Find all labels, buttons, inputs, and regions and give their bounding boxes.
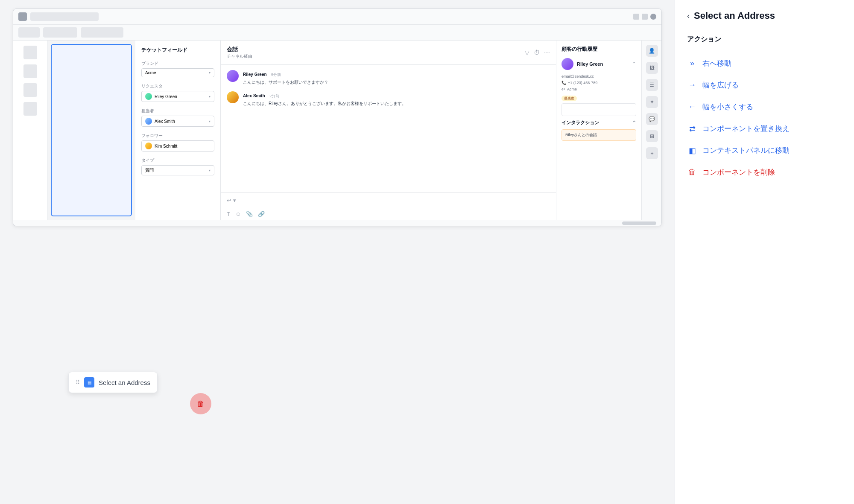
assignee-label: 担当者 xyxy=(141,108,214,114)
browser-window: チケットフィールド ブランド Acme ▾ リクエスタ xyxy=(13,9,662,226)
action-context-panel[interactable]: ◧ コンテキストパネルに移動 xyxy=(687,140,842,161)
context-panel-icon: ◧ xyxy=(687,146,697,155)
interactions-chevron-icon[interactable]: ⌃ xyxy=(632,120,636,126)
action-replace[interactable]: ⇄ コンポーネントを置き換え xyxy=(687,118,842,140)
right-icons-column: 👤 🖼 ☰ ✦ 💬 ⊞ ＋ xyxy=(642,41,661,220)
link-icon[interactable]: 🔗 xyxy=(258,211,265,217)
browser-logo xyxy=(18,12,27,21)
component-label: Select an Address xyxy=(99,379,150,386)
shrink-icon: ← xyxy=(687,102,697,111)
nav-tab-3[interactable] xyxy=(81,27,123,38)
right-panel: ‹ Select an Address アクション » 右へ移動 → 幅を広げる… xyxy=(675,0,854,504)
type-select[interactable]: 質問 ▾ xyxy=(141,165,214,175)
type-chevron-icon: ▾ xyxy=(209,169,211,172)
chat-header-icons: ▽ ⏱ ⋯ xyxy=(525,49,550,56)
chat-icon-button[interactable]: 💬 xyxy=(646,113,658,125)
action-delete-label: コンポーネントを削除 xyxy=(702,167,775,177)
chat-title: 会話 xyxy=(227,46,252,53)
more-icon[interactable]: ⋯ xyxy=(544,49,550,56)
riley-avatar xyxy=(227,70,239,82)
back-icon[interactable]: ‹ xyxy=(687,12,690,20)
close-button[interactable] xyxy=(650,14,656,20)
brand-select[interactable]: Acme ▾ xyxy=(141,68,214,77)
message-content-2: Alex Smith 2分前 こんにちは、Rileyさん。ありがとうございます。… xyxy=(243,91,406,107)
message-header-2: Alex Smith 2分前 xyxy=(243,91,406,99)
component-icon: ▤ xyxy=(84,377,94,387)
sidebar-logo-icon xyxy=(23,46,37,59)
clock-icon[interactable]: ⏱ xyxy=(534,49,540,56)
assignee-avatar xyxy=(145,118,152,125)
magic-icon-button[interactable]: ✦ xyxy=(646,96,658,108)
riley-interaction-item: Rileyさんとの会話 xyxy=(562,129,636,141)
actions-label: アクション xyxy=(687,35,842,44)
message-time-1: 5分前 xyxy=(271,73,281,77)
nav-tab-1[interactable] xyxy=(18,27,40,38)
sidebar-nav-icon-3[interactable] xyxy=(23,102,37,116)
emoji-icon[interactable]: ☺ xyxy=(235,211,241,217)
requester-chevron-icon: ▾ xyxy=(209,95,211,99)
action-delete[interactable]: 🗑 コンポーネントを削除 xyxy=(687,161,842,183)
reply-icon[interactable]: ↩ ▾ xyxy=(227,197,236,204)
requester-field: リクエスタ Riley Green ▾ xyxy=(141,83,214,102)
action-move-right[interactable]: » 右へ移動 xyxy=(687,52,842,74)
interactions-header: インタラクション ⌃ xyxy=(562,119,636,126)
followers-select[interactable]: Kim Schmitt xyxy=(141,140,214,151)
assignee-field: 担当者 Alex Smith ▾ xyxy=(141,108,214,127)
customer-email: email@zendesk.cc xyxy=(562,74,636,79)
message-content-1: Riley Green 5分前 こんにちは、サポートをお願いできますか？ xyxy=(243,70,328,85)
nav-tab-2[interactable] xyxy=(43,27,77,38)
message-text-1: こんにちは、サポートをお願いできますか？ xyxy=(243,79,328,85)
text-format-icon[interactable]: T xyxy=(227,211,230,217)
sidebar-nav-icon-2[interactable] xyxy=(23,83,37,97)
plus-icon-button[interactable]: ＋ xyxy=(646,147,658,159)
assignee-select[interactable]: Alex Smith ▾ xyxy=(141,116,214,127)
drag-handle-icon[interactable]: ⠿ xyxy=(76,379,80,386)
action-shrink[interactable]: ← 幅を小さくする xyxy=(687,96,842,118)
brand-chevron-icon: ▾ xyxy=(209,71,211,75)
customer-activity-panel: 顧客の行動履歴 Riley Green ⌃ email@zendesk.cc 📞… xyxy=(556,41,642,220)
sender-name-2: Alex Smith xyxy=(243,93,265,98)
message-row-1: Riley Green 5分前 こんにちは、サポートをお願いできますか？ xyxy=(227,70,550,85)
floating-select-address-component[interactable]: ⠿ ▤ Select an Address xyxy=(68,372,158,393)
attach-icon[interactable]: 📎 xyxy=(246,211,253,217)
chat-toolbar: ↩ ▾ xyxy=(221,192,556,208)
assignee-chevron-icon: ▾ xyxy=(209,119,211,123)
filter-icon[interactable]: ▽ xyxy=(525,49,529,56)
followers-avatar xyxy=(145,143,152,149)
sidebar-nav-icon-1[interactable] xyxy=(23,64,37,78)
followers-label: フォロワー xyxy=(141,133,214,139)
requester-label: リクエスタ xyxy=(141,83,214,89)
minimize-button[interactable] xyxy=(633,14,639,20)
customer-name: Riley Green xyxy=(577,61,603,67)
selected-panel xyxy=(51,44,132,216)
image-icon-button[interactable]: 🖼 xyxy=(646,62,658,74)
chat-subtitle: チャネル経由 xyxy=(227,53,252,59)
browser-addressbar xyxy=(30,12,99,21)
list-icon-button[interactable]: ☰ xyxy=(646,79,658,91)
message-time-2: 2分前 xyxy=(269,94,279,98)
content-columns: チケットフィールド ブランド Acme ▾ リクエスタ xyxy=(47,41,661,220)
customer-brand: 🏷Acme xyxy=(562,87,636,91)
customer-panel-title: 顧客の行動履歴 xyxy=(562,46,636,53)
grid-icon-button[interactable]: ⊞ xyxy=(646,130,658,142)
person-icon-button[interactable]: 👤 xyxy=(646,45,658,57)
message-header-1: Riley Green 5分前 xyxy=(243,70,328,78)
expand-icon[interactable]: ⌃ xyxy=(632,61,636,67)
message-text-2: こんにちは、Rileyさん。ありがとうございます。私がお客様をサポートいたします… xyxy=(243,100,406,107)
browser-titlebar xyxy=(13,9,661,25)
action-expand[interactable]: → 幅を広げる xyxy=(687,74,842,96)
brand-label: ブランド xyxy=(141,61,214,67)
scrollbar-thumb[interactable] xyxy=(622,221,656,225)
chat-messages: Riley Green 5分前 こんにちは、サポートをお願いできますか？ xyxy=(221,65,556,192)
left-sidebar xyxy=(13,41,47,220)
customer-phone: 📞+1 (123) 456-789 xyxy=(562,81,636,85)
delete-circle-button[interactable]: 🗑 xyxy=(190,393,211,414)
requester-avatar xyxy=(145,93,152,100)
right-panel-header: ‹ Select an Address xyxy=(687,10,842,21)
message-row-2: Alex Smith 2分前 こんにちは、Rileyさん。ありがとうございます。… xyxy=(227,91,550,107)
requester-select[interactable]: Riley Green ▾ xyxy=(141,91,214,102)
action-context-label: コンテキストパネルに移動 xyxy=(702,146,790,155)
browser-scrollbar[interactable] xyxy=(13,220,661,226)
maximize-button[interactable] xyxy=(642,14,648,20)
delete-icon: 🗑 xyxy=(687,168,697,177)
